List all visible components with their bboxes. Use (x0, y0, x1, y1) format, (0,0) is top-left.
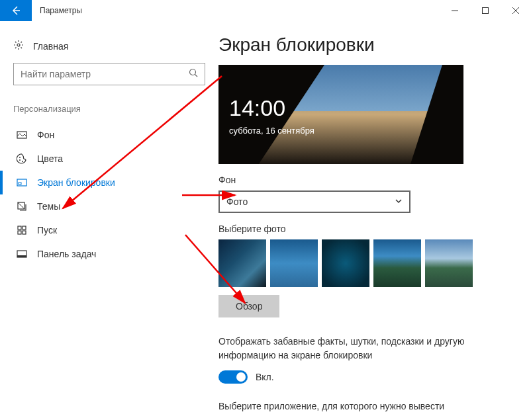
facts-toggle[interactable] (218, 370, 248, 384)
window-controls (440, 0, 531, 21)
background-label: Фон (218, 175, 511, 185)
svg-point-4 (19, 157, 21, 158)
image-icon (16, 130, 28, 140)
search-field[interactable] (21, 69, 189, 79)
sidebar-item-taskbar[interactable]: Панель задач (13, 242, 205, 266)
titlebar: Параметры (0, 0, 531, 21)
svg-point-6 (22, 161, 23, 162)
photo-thumbnails (218, 239, 511, 287)
app-status-label: Выберите приложение, для которого нужно … (218, 401, 511, 411)
sidebar-item-lockscreen[interactable]: Экран блокировки (13, 171, 205, 194)
gear-icon (13, 40, 25, 52)
sidebar-item-colors[interactable]: Цвета (13, 147, 205, 171)
sidebar: Главная Персонализация Фон Цвета Экран б… (0, 21, 218, 420)
nav-label: Пуск (37, 225, 57, 235)
themes-icon (16, 201, 28, 212)
photo-thumb-4[interactable] (373, 239, 421, 287)
maximize-button[interactable] (470, 0, 501, 21)
svg-point-2 (190, 69, 196, 75)
facts-toggle-row: Вкл. (218, 370, 511, 384)
home-link[interactable]: Главная (13, 34, 205, 63)
preview-time: 14:00 (229, 95, 285, 121)
sidebar-item-themes[interactable]: Темы (13, 194, 205, 218)
minimize-button[interactable] (440, 0, 470, 21)
svg-rect-8 (19, 183, 21, 185)
svg-rect-11 (23, 226, 26, 230)
dropdown-value: Фото (226, 196, 248, 207)
nav-label: Экран блокировки (37, 177, 115, 188)
browse-button[interactable]: Обзор (218, 295, 279, 317)
svg-point-1 (17, 44, 20, 46)
start-icon (16, 225, 28, 235)
photo-thumb-2[interactable] (270, 239, 318, 287)
toggle-label: Вкл. (256, 372, 274, 382)
lockscreen-icon (16, 177, 28, 188)
nav-label: Темы (37, 201, 60, 212)
window-title: Параметры (32, 6, 440, 15)
svg-rect-13 (23, 231, 26, 234)
search-input[interactable] (13, 63, 205, 85)
nav-label: Панель задач (37, 249, 96, 259)
lockscreen-preview: 14:00 суббота, 16 сентября (218, 65, 463, 164)
sidebar-item-background[interactable]: Фон (13, 123, 205, 147)
arrow-left-icon (11, 5, 21, 16)
nav-label: Цвета (37, 153, 63, 164)
svg-rect-15 (17, 255, 26, 257)
sidebar-item-start[interactable]: Пуск (13, 218, 205, 242)
search-icon (189, 68, 198, 80)
palette-icon (16, 153, 28, 164)
photo-thumb-1[interactable] (218, 239, 266, 287)
facts-description: Отображать забавные факты, шутки, подска… (218, 335, 483, 362)
page-heading: Экран блокировки (218, 34, 511, 56)
photo-thumb-3[interactable] (322, 239, 369, 287)
preview-date: суббота, 16 сентября (229, 126, 314, 136)
chevron-down-icon (395, 196, 403, 207)
home-label: Главная (33, 41, 68, 52)
main-content: Экран блокировки 14:00 суббота, 16 сентя… (218, 21, 531, 420)
back-button[interactable] (0, 0, 32, 21)
svg-rect-10 (18, 226, 21, 230)
nav-label: Фон (37, 130, 54, 140)
taskbar-icon (16, 249, 28, 259)
svg-rect-0 (483, 8, 489, 14)
close-button[interactable] (501, 0, 531, 21)
photo-thumb-5[interactable] (425, 239, 473, 287)
section-label: Персонализация (13, 104, 205, 114)
svg-rect-12 (18, 231, 21, 234)
choose-photo-label: Выберите фото (218, 224, 511, 234)
background-dropdown[interactable]: Фото (218, 190, 410, 213)
svg-point-5 (19, 159, 21, 161)
